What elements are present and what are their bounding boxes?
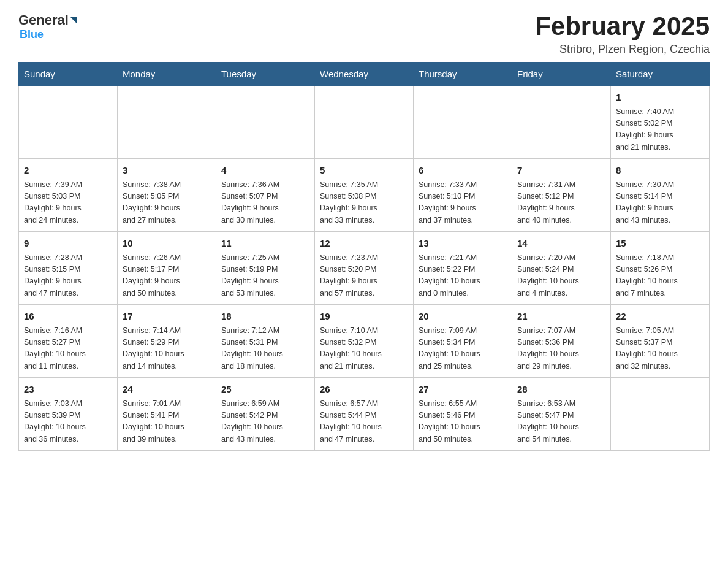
day-info: Sunrise: 7:10 AM Sunset: 5:32 PM Dayligh… [320,325,408,373]
day-number: 11 [221,237,309,251]
calendar-day-cell: 23Sunrise: 7:03 AM Sunset: 5:39 PM Dayli… [19,378,118,451]
day-number: 26 [320,383,408,397]
page-header: General Blue February 2025 Stribro, Plze… [18,12,710,56]
calendar-table: SundayMondayTuesdayWednesdayThursdayFrid… [18,62,710,451]
calendar-week-row: 2Sunrise: 7:39 AM Sunset: 5:03 PM Daylig… [19,159,710,232]
day-number: 15 [616,237,704,251]
day-number: 20 [419,310,507,324]
calendar-day-cell [118,86,216,159]
month-title: February 2025 [535,12,710,40]
day-info: Sunrise: 7:20 AM Sunset: 5:24 PM Dayligh… [517,252,605,300]
calendar-header-row: SundayMondayTuesdayWednesdayThursdayFrid… [19,63,710,86]
calendar-day-cell: 26Sunrise: 6:57 AM Sunset: 5:44 PM Dayli… [315,378,414,451]
day-info: Sunrise: 7:31 AM Sunset: 5:12 PM Dayligh… [517,179,605,227]
day-info: Sunrise: 6:57 AM Sunset: 5:44 PM Dayligh… [320,398,408,446]
day-info: Sunrise: 7:28 AM Sunset: 5:15 PM Dayligh… [24,252,112,300]
calendar-day-cell [315,86,414,159]
day-info: Sunrise: 7:07 AM Sunset: 5:36 PM Dayligh… [517,325,605,373]
day-number: 17 [123,310,211,324]
calendar-day-cell: 2Sunrise: 7:39 AM Sunset: 5:03 PM Daylig… [19,159,118,232]
day-number: 9 [24,237,112,251]
logo-general-text: General [18,12,69,28]
calendar-day-cell [512,86,611,159]
calendar-day-cell: 16Sunrise: 7:16 AM Sunset: 5:27 PM Dayli… [19,305,118,378]
day-number: 8 [616,164,704,178]
calendar-day-cell: 3Sunrise: 7:38 AM Sunset: 5:05 PM Daylig… [118,159,216,232]
day-info: Sunrise: 7:30 AM Sunset: 5:14 PM Dayligh… [616,179,704,227]
calendar-day-cell [414,86,512,159]
day-number: 3 [123,164,211,178]
calendar-day-cell: 18Sunrise: 7:12 AM Sunset: 5:31 PM Dayli… [216,305,315,378]
day-info: Sunrise: 7:33 AM Sunset: 5:10 PM Dayligh… [419,179,507,227]
calendar-day-cell: 10Sunrise: 7:26 AM Sunset: 5:17 PM Dayli… [118,232,216,305]
calendar-day-cell: 8Sunrise: 7:30 AM Sunset: 5:14 PM Daylig… [611,159,710,232]
day-info: Sunrise: 7:12 AM Sunset: 5:31 PM Dayligh… [221,325,309,373]
day-number: 25 [221,383,309,397]
day-number: 28 [517,383,605,397]
calendar-day-cell: 20Sunrise: 7:09 AM Sunset: 5:34 PM Dayli… [414,305,512,378]
day-header-friday: Friday [512,63,611,86]
day-info: Sunrise: 6:55 AM Sunset: 5:46 PM Dayligh… [419,398,507,446]
day-number: 4 [221,164,309,178]
day-number: 5 [320,164,408,178]
calendar-day-cell: 4Sunrise: 7:36 AM Sunset: 5:07 PM Daylig… [216,159,315,232]
day-number: 1 [616,91,704,105]
day-number: 22 [616,310,704,324]
day-info: Sunrise: 7:05 AM Sunset: 5:37 PM Dayligh… [616,325,704,373]
logo: General Blue [18,12,78,41]
day-number: 13 [419,237,507,251]
calendar-day-cell: 1Sunrise: 7:40 AM Sunset: 5:02 PM Daylig… [611,86,710,159]
calendar-day-cell: 11Sunrise: 7:25 AM Sunset: 5:19 PM Dayli… [216,232,315,305]
calendar-day-cell: 14Sunrise: 7:20 AM Sunset: 5:24 PM Dayli… [512,232,611,305]
calendar-day-cell [611,378,710,451]
calendar-week-row: 9Sunrise: 7:28 AM Sunset: 5:15 PM Daylig… [19,232,710,305]
day-info: Sunrise: 6:53 AM Sunset: 5:47 PM Dayligh… [517,398,605,446]
day-number: 27 [419,383,507,397]
calendar-week-row: 16Sunrise: 7:16 AM Sunset: 5:27 PM Dayli… [19,305,710,378]
calendar-day-cell: 9Sunrise: 7:28 AM Sunset: 5:15 PM Daylig… [19,232,118,305]
day-info: Sunrise: 7:03 AM Sunset: 5:39 PM Dayligh… [24,398,112,446]
calendar-day-cell: 22Sunrise: 7:05 AM Sunset: 5:37 PM Dayli… [611,305,710,378]
calendar-week-row: 1Sunrise: 7:40 AM Sunset: 5:02 PM Daylig… [19,86,710,159]
logo-blue-text: Blue [18,28,44,41]
day-info: Sunrise: 7:14 AM Sunset: 5:29 PM Dayligh… [123,325,211,373]
day-number: 16 [24,310,112,324]
logo-triangle-icon [69,16,78,25]
calendar-day-cell: 12Sunrise: 7:23 AM Sunset: 5:20 PM Dayli… [315,232,414,305]
day-info: Sunrise: 6:59 AM Sunset: 5:42 PM Dayligh… [221,398,309,446]
day-header-sunday: Sunday [19,63,118,86]
calendar-day-cell: 5Sunrise: 7:35 AM Sunset: 5:08 PM Daylig… [315,159,414,232]
calendar-day-cell: 21Sunrise: 7:07 AM Sunset: 5:36 PM Dayli… [512,305,611,378]
day-number: 6 [419,164,507,178]
day-info: Sunrise: 7:25 AM Sunset: 5:19 PM Dayligh… [221,252,309,300]
calendar-day-cell: 27Sunrise: 6:55 AM Sunset: 5:46 PM Dayli… [414,378,512,451]
day-number: 12 [320,237,408,251]
calendar-day-cell: 25Sunrise: 6:59 AM Sunset: 5:42 PM Dayli… [216,378,315,451]
calendar-day-cell: 7Sunrise: 7:31 AM Sunset: 5:12 PM Daylig… [512,159,611,232]
calendar-day-cell [19,86,118,159]
day-info: Sunrise: 7:01 AM Sunset: 5:41 PM Dayligh… [123,398,211,446]
day-number: 19 [320,310,408,324]
calendar-week-row: 23Sunrise: 7:03 AM Sunset: 5:39 PM Dayli… [19,378,710,451]
day-number: 21 [517,310,605,324]
day-info: Sunrise: 7:39 AM Sunset: 5:03 PM Dayligh… [24,179,112,227]
day-number: 24 [123,383,211,397]
day-info: Sunrise: 7:26 AM Sunset: 5:17 PM Dayligh… [123,252,211,300]
calendar-day-cell: 28Sunrise: 6:53 AM Sunset: 5:47 PM Dayli… [512,378,611,451]
day-number: 14 [517,237,605,251]
day-number: 10 [123,237,211,251]
title-section: February 2025 Stribro, Plzen Region, Cze… [535,12,710,56]
day-info: Sunrise: 7:35 AM Sunset: 5:08 PM Dayligh… [320,179,408,227]
day-header-wednesday: Wednesday [315,63,414,86]
calendar-day-cell [216,86,315,159]
day-number: 2 [24,164,112,178]
day-number: 18 [221,310,309,324]
location-text: Stribro, Plzen Region, Czechia [535,43,710,56]
day-info: Sunrise: 7:18 AM Sunset: 5:26 PM Dayligh… [616,252,704,300]
calendar-day-cell: 6Sunrise: 7:33 AM Sunset: 5:10 PM Daylig… [414,159,512,232]
day-number: 7 [517,164,605,178]
svg-marker-0 [70,17,77,23]
day-info: Sunrise: 7:09 AM Sunset: 5:34 PM Dayligh… [419,325,507,373]
day-header-thursday: Thursday [414,63,512,86]
day-info: Sunrise: 7:16 AM Sunset: 5:27 PM Dayligh… [24,325,112,373]
